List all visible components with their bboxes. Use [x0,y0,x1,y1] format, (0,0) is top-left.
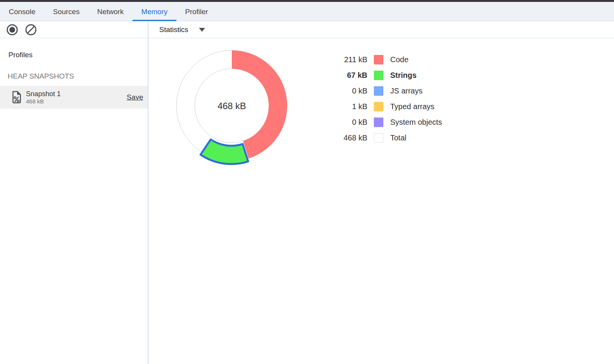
tab-console[interactable]: Console [0,2,44,21]
devtools-window: Console Sources Network Memory Profiler [0,0,614,364]
legend-swatch-system-objects [374,118,383,127]
memory-toolbar: Statistics [0,22,614,38]
tab-sources[interactable]: Sources [44,2,89,21]
legend-value: 0 kB [322,118,367,127]
record-heap-snapshot-button[interactable] [6,24,18,36]
record-icon [6,24,18,36]
toolbar-right: Statistics [149,22,614,38]
profiles-heading: Profiles [8,51,32,59]
legend-swatch-code [374,55,383,64]
legend-label: Code [390,55,409,64]
snapshot-text: Snapshot 1 468 kB [26,90,61,105]
perspective-dropdown-label: Statistics [159,26,188,34]
save-snapshot-link[interactable]: Save [127,93,143,101]
legend-row-js-arrays[interactable]: 0 kBJS arrays [322,83,442,99]
statistics-view: 468 kB 211 kBCode67 kBStrings0 kBJS arra… [149,38,614,364]
legend-swatch-js-arrays [374,86,383,96]
snapshot-title: Snapshot 1 [26,90,61,98]
toolbar-left [0,22,149,38]
legend-swatch-strings [374,71,383,80]
pie-center-total-label: 468 kB [218,101,246,111]
legend-value: 0 kB [322,87,367,95]
legend-value: 1 kB [322,102,367,111]
legend-label: System objects [390,118,442,127]
tab-memory[interactable]: Memory [132,2,176,21]
pie-chart-legend: 211 kBCode67 kBStrings0 kBJS arrays1 kBT… [322,52,442,146]
legend-label: Strings [390,71,417,80]
legend-row-code[interactable]: 211 kBCode [322,52,442,68]
legend-value: 211 kB [322,55,367,64]
legend-value: 468 kB [322,134,367,142]
snapshot-size: 468 kB [26,98,61,105]
legend-value: 67 kB [322,71,367,80]
tab-network[interactable]: Network [88,2,132,21]
tab-profiler[interactable]: Profiler [176,2,217,21]
legend-row-strings[interactable]: 67 kBStrings [322,68,442,83]
pie-chart-svg: 468 kB [169,43,295,169]
perspective-dropdown[interactable]: Statistics [159,26,205,34]
clear-icon [25,24,37,36]
heap-snapshots-section-heading: HEAP SNAPSHOTS [8,72,74,81]
legend-swatch-typed-arrays [374,102,383,111]
heap-statistics-pie-chart: 468 kB [169,43,295,169]
legend-row-total[interactable]: 468 kBTotal [322,130,442,146]
profiles-sidebar: Profiles HEAP SNAPSHOTS Snapshot 1 468 k… [0,38,149,364]
legend-swatch-total [374,133,383,143]
legend-label: JS arrays [390,87,422,95]
legend-label: Total [390,134,406,142]
heap-snapshot-file-icon [11,91,22,104]
legend-row-typed-arrays[interactable]: 1 kBTyped arrays [322,99,442,114]
caret-down-icon [199,28,205,32]
snapshot-list-item[interactable]: Snapshot 1 468 kB Save [0,86,148,109]
legend-row-system-objects[interactable]: 0 kBSystem objects [322,114,442,130]
panel-tab-bar: Console Sources Network Memory Profiler [0,2,614,21]
clear-profiles-button[interactable] [25,24,37,36]
legend-label: Typed arrays [390,102,435,111]
